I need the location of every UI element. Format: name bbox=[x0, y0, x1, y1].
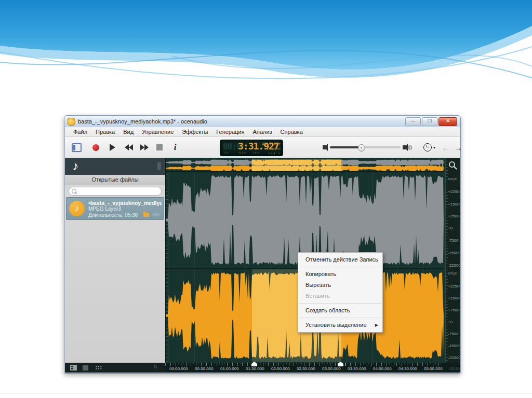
timeline-label: 00:30.000 bbox=[195, 366, 214, 371]
slide-divider-line bbox=[0, 393, 532, 393]
volume-up-icon[interactable]: ))) bbox=[402, 137, 413, 158]
chevron-down-icon: ▼ bbox=[433, 146, 436, 149]
ruler-label: -22500 bbox=[448, 263, 460, 268]
file-search-box[interactable] bbox=[69, 187, 162, 196]
timeline-label: 04:30.000 bbox=[398, 366, 417, 371]
ruler-label: -15000 bbox=[448, 344, 460, 348]
history-forward-button[interactable]: → bbox=[453, 137, 464, 158]
info-button[interactable]: i bbox=[170, 137, 180, 158]
menu-item-edit[interactable]: Правка bbox=[91, 128, 119, 136]
stop-icon bbox=[156, 144, 163, 150]
slide-wave-banner bbox=[0, 0, 532, 96]
volume-slider-knob[interactable] bbox=[358, 144, 365, 152]
open-file-list-item[interactable]: ♪ •basta_-_vypusknoy_medlyachok.... MPEG… bbox=[66, 197, 164, 220]
timeline-label: 00:00.000 bbox=[169, 366, 188, 371]
context-item-create-region[interactable]: Создать область bbox=[298, 305, 382, 316]
volume-slider-track[interactable] bbox=[330, 146, 401, 148]
timeline-minor-ticks bbox=[165, 363, 443, 364]
title-bar[interactable]: basta_-_vypusknoy_medlyachok.mp3* - ocen… bbox=[64, 116, 460, 127]
minimize-button[interactable]: — bbox=[405, 117, 421, 126]
ruler-label: +15000 bbox=[448, 296, 460, 300]
ruler-label: +0 bbox=[448, 320, 453, 324]
sidebar-grip-handle[interactable] bbox=[157, 162, 162, 170]
ruler-label: -7500 bbox=[448, 238, 458, 243]
search-input[interactable] bbox=[78, 187, 159, 196]
play-button[interactable] bbox=[107, 137, 118, 158]
menu-item-generation[interactable]: Генерация bbox=[212, 128, 248, 136]
lcd-mini-icons: ▸▸▮ ↻ bbox=[269, 151, 281, 155]
timeline-label: 02:00.000 bbox=[271, 366, 290, 371]
timeline-label: 03:30.000 bbox=[348, 366, 366, 371]
menu-item-help[interactable]: Справка bbox=[276, 128, 307, 136]
timeline-label: 03:00.000 bbox=[322, 366, 341, 371]
menu-item-analysis[interactable]: Анализ bbox=[248, 128, 276, 136]
ruler-label: -7500 bbox=[448, 332, 458, 336]
menu-item-file[interactable]: Файл bbox=[69, 128, 91, 136]
ruler-label: +15000 bbox=[448, 202, 460, 207]
volume-down-icon[interactable] bbox=[320, 137, 329, 158]
context-item-paste: Вставить bbox=[298, 291, 382, 301]
file-overview-strip[interactable] bbox=[166, 159, 444, 172]
view-mode-switcher: ⇅ bbox=[65, 363, 165, 373]
grid-view-icon[interactable] bbox=[95, 365, 102, 370]
status-bar: ⇅ 00:00.000 00:30.000 01:00.000 01:30.00… bbox=[65, 363, 460, 373]
music-note-icon[interactable]: ♪ bbox=[72, 159, 78, 173]
ruler-label: smpl bbox=[448, 271, 457, 276]
menu-separator bbox=[299, 303, 381, 304]
record-button[interactable] bbox=[89, 137, 102, 158]
play-icon bbox=[110, 144, 115, 151]
sidebar-header: ♪ bbox=[65, 158, 165, 175]
open-files-panel-title: Открытые файлы bbox=[65, 175, 165, 185]
ruler-label: +7500 bbox=[448, 214, 459, 218]
menu-item-effects[interactable]: Эффекты bbox=[178, 128, 212, 136]
menu-bar: Файл Правка Вид Управление Эффекты Генер… bbox=[65, 127, 460, 137]
compact-view-icon[interactable] bbox=[83, 365, 88, 370]
menu-item-control[interactable]: Управление bbox=[138, 128, 178, 136]
maximize-button[interactable]: ❐ bbox=[422, 117, 437, 126]
history-back-button[interactable]: ← bbox=[440, 137, 451, 158]
timeline-label: 05:30.000 bbox=[449, 366, 460, 371]
ruler-label: smpl bbox=[448, 176, 457, 181]
volume-slider-fill bbox=[330, 146, 361, 148]
rewind-button[interactable] bbox=[121, 137, 137, 158]
timeline-label: 02:30.000 bbox=[297, 366, 315, 371]
menu-separator bbox=[299, 267, 381, 267]
sort-arrows-icon[interactable]: ⇅ bbox=[153, 364, 157, 369]
app-window: basta_-_vypusknoy_medlyachok.mp3* - ocen… bbox=[64, 115, 461, 374]
ruler-label: +7500 bbox=[448, 308, 459, 312]
main-content: ♪ Открытые файлы ♪ •basta_-_vypusknoy_me… bbox=[65, 158, 460, 373]
playback-timer-button[interactable]: ▼ bbox=[422, 137, 437, 158]
timeline-label: 05:00.000 bbox=[424, 366, 443, 371]
sidebar-toggle-button[interactable] bbox=[70, 137, 83, 158]
volume-slider[interactable] bbox=[330, 137, 401, 158]
list-view-icon[interactable] bbox=[70, 365, 77, 370]
close-button[interactable]: ✕ bbox=[438, 117, 457, 126]
app-icon bbox=[68, 118, 75, 126]
clock-icon bbox=[423, 143, 432, 152]
menu-separator bbox=[299, 318, 381, 318]
timeline-label: 01:00.000 bbox=[220, 366, 239, 371]
zoom-icon[interactable] bbox=[448, 161, 457, 170]
sidebar: ♪ Открытые файлы ♪ •basta_-_vypusknoy_me… bbox=[65, 158, 165, 363]
timeline-ruler[interactable]: 00:00.000 00:30.000 01:00.000 01:30.000 … bbox=[165, 363, 460, 373]
context-item-set-selection[interactable]: Установить выделение ▶ bbox=[298, 320, 382, 331]
context-item-undo-record[interactable]: Отменить действие Запись bbox=[298, 254, 382, 265]
fast-forward-button[interactable] bbox=[137, 137, 152, 158]
sidebar-toggle-icon bbox=[72, 143, 82, 152]
folder-icon[interactable] bbox=[143, 213, 149, 217]
context-item-copy[interactable]: Копировать bbox=[298, 269, 382, 280]
window-title: basta_-_vypusknoy_medlyachok.mp3* - ocen… bbox=[78, 118, 207, 125]
sample-rate-label: 44.1 kHz bbox=[262, 142, 281, 146]
rewind-icon bbox=[125, 144, 129, 150]
fast-forward-icon bbox=[140, 144, 144, 150]
context-menu: Отменить действие Запись Копировать Выре… bbox=[298, 252, 383, 333]
timeline-label: 01:30.000 bbox=[246, 366, 264, 371]
file-toggle-icon[interactable] bbox=[152, 213, 159, 216]
record-icon bbox=[92, 144, 99, 151]
stop-button[interactable] bbox=[153, 137, 166, 158]
ruler-label: -15000 bbox=[448, 251, 460, 255]
menu-item-view[interactable]: Вид bbox=[119, 128, 138, 136]
amplitude-ruler: smpl +22500 +15000 +7500 +0 -7500 -15000… bbox=[445, 158, 460, 363]
toolbar: i 00:0 3:31.927 hr min sec 44.1 kHz стер… bbox=[65, 137, 460, 158]
context-item-cut[interactable]: Вырезать bbox=[298, 280, 382, 291]
